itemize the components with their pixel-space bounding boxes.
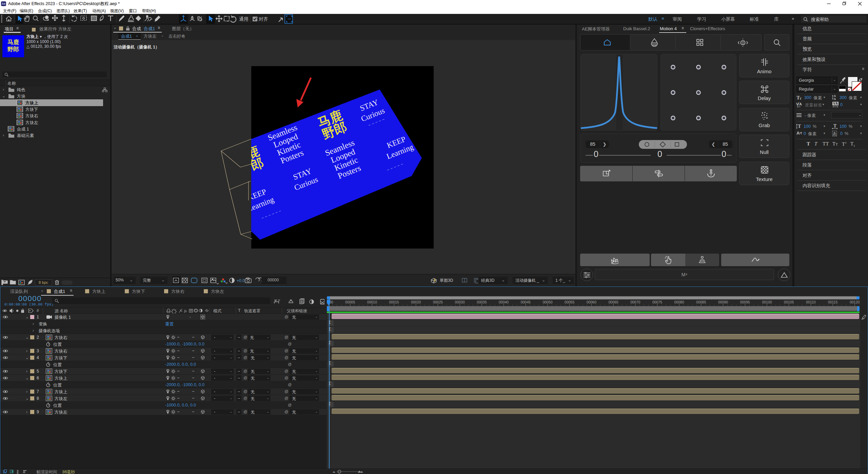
svg-text:00115: 00115 — [828, 300, 838, 304]
svg-text:8 bpc: 8 bpc — [39, 280, 48, 284]
svg-text:00055: 00055 — [565, 300, 574, 304]
svg-text:V: V — [833, 102, 835, 105]
svg-text:A: A — [835, 102, 838, 105]
svg-text:fx: fx — [184, 309, 187, 313]
svg-text:T: T — [833, 123, 837, 129]
svg-text:通用: 通用 — [239, 16, 249, 22]
svg-text:00060: 00060 — [587, 300, 596, 304]
svg-text:00010: 00010 — [367, 300, 377, 304]
svg-text:00040: 00040 — [499, 300, 509, 304]
svg-text:00085: 00085 — [696, 300, 706, 304]
svg-text:あ: あ — [833, 131, 836, 135]
svg-text:00105: 00105 — [784, 300, 794, 304]
svg-text:00035: 00035 — [477, 300, 487, 304]
svg-text:对齐: 对齐 — [258, 16, 268, 22]
svg-text:+0.0: +0.0 — [237, 278, 245, 283]
svg-text:00045: 00045 — [521, 300, 531, 304]
svg-text:00050: 00050 — [542, 300, 552, 304]
svg-text:T: T — [798, 124, 801, 129]
svg-text:00070: 00070 — [630, 300, 640, 304]
svg-text:00005: 00005 — [345, 300, 355, 304]
svg-text:00110: 00110 — [806, 300, 816, 304]
svg-text:00020: 00020 — [411, 300, 421, 304]
svg-text:00025: 00025 — [433, 300, 443, 304]
svg-text:00030: 00030 — [455, 300, 465, 304]
svg-text:00095: 00095 — [740, 300, 750, 304]
svg-text:A: A — [799, 102, 802, 106]
svg-text:00120: 00120 — [850, 300, 860, 304]
svg-text:00090: 00090 — [718, 300, 728, 304]
svg-text:00015: 00015 — [389, 300, 399, 304]
svg-text:00075: 00075 — [652, 300, 662, 304]
svg-text:00065: 00065 — [608, 300, 618, 304]
svg-text:A: A — [834, 97, 836, 100]
svg-text:T: T — [800, 97, 802, 100]
svg-text:00080: 00080 — [674, 300, 684, 304]
svg-text:a: a — [800, 131, 801, 134]
svg-text:00100: 00100 — [762, 300, 772, 304]
svg-text:0: 0 — [742, 41, 744, 45]
